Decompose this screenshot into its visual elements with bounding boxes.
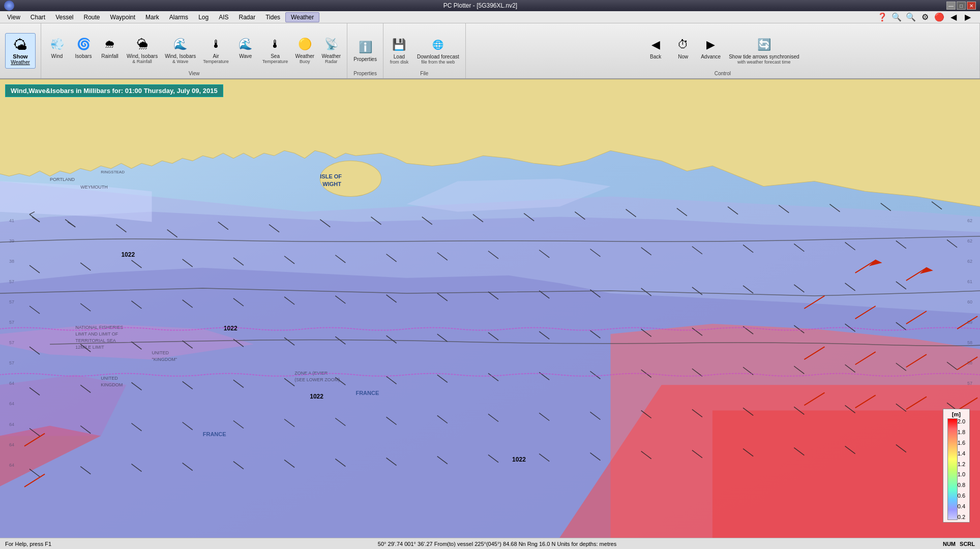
air-temperature-button[interactable]: 🌡 Air Temperature xyxy=(200,34,232,67)
svg-text:KINGDOM: KINGDOM xyxy=(101,382,123,387)
svg-text:TERRITORIAL SEA: TERRITORIAL SEA xyxy=(75,338,116,343)
svg-text:41: 41 xyxy=(9,218,14,223)
menu-ais[interactable]: AIS xyxy=(214,13,233,22)
svg-text:ISLE OF: ISLE OF xyxy=(320,173,342,179)
view-buttons-row: 💨 Wind 🌀 Isobars 🌧 Rainfall 🌦 Wind, Isob… xyxy=(44,34,344,67)
menu-chart[interactable]: Chart xyxy=(25,13,50,22)
show-weather-sublabel: Weather xyxy=(11,59,30,65)
prev-icon[interactable]: ◀ xyxy=(947,11,960,23)
svg-text:UNITED: UNITED xyxy=(152,350,169,355)
toolbar-group-file: 💾 Load from disk 🌐 Download forecast fil… xyxy=(383,23,466,78)
lifering-icon[interactable]: 🔴 xyxy=(933,11,945,23)
show-tide-arrows-button[interactable]: 🔄 Show tide arrows synchronised with wea… xyxy=(726,35,802,67)
download-forecast-button[interactable]: 🌐 Download forecast file from the web xyxy=(414,35,462,67)
color-scale-legend: [m] 2.0 1.8 1.6 1.4 1.2 1.0 0.8 0.6 0.4 … xyxy=(943,409,970,523)
svg-text:1022: 1022 xyxy=(512,456,526,463)
show-weather-button[interactable]: 🌤 Show Weather xyxy=(5,33,36,69)
menu-alarms[interactable]: Alarms xyxy=(164,13,193,22)
properties-group-label: Properties xyxy=(347,71,383,76)
load-disk-icon: 💾 xyxy=(391,37,407,53)
wind-isobars-rainfall-button[interactable]: 🌦 Wind, Isobars & Rainfall xyxy=(124,34,161,67)
menu-radar[interactable]: Radar xyxy=(234,13,261,22)
now-button[interactable]: ⏱ Now xyxy=(670,35,696,67)
menu-weather[interactable]: Weather xyxy=(285,12,319,22)
svg-text:64: 64 xyxy=(9,401,14,406)
weather-info-box: Wind,Wave&Isobars in Millibars for: 01:0… xyxy=(5,84,223,97)
svg-text:1022: 1022 xyxy=(310,393,323,400)
weather-buoy-button[interactable]: 🟡 Weather Buoy xyxy=(292,34,317,67)
svg-text:38: 38 xyxy=(9,259,14,264)
close-button[interactable]: ✕ xyxy=(967,2,976,10)
wind-isobars-rainfall-icon: 🌦 xyxy=(134,36,151,52)
show-weather-label: Show xyxy=(13,53,27,59)
weather-radar-button[interactable]: 📡 Weather Radar xyxy=(318,34,344,67)
view-group-label: View xyxy=(41,71,347,76)
window-title: PC Plotter - [5G396XL.nv2] xyxy=(14,2,946,9)
wind-button[interactable]: 💨 Wind xyxy=(44,34,70,67)
next-icon[interactable]: ▶ xyxy=(962,11,974,23)
help-icon[interactable]: ❓ xyxy=(876,11,888,23)
svg-text:62: 62 xyxy=(967,259,972,264)
svg-text:59: 59 xyxy=(967,320,972,325)
back-button[interactable]: ◀ Back xyxy=(643,35,668,67)
menu-waypoint[interactable]: Waypoint xyxy=(105,13,141,22)
svg-text:58: 58 xyxy=(967,340,972,345)
zoom-out-icon[interactable]: 🔍 xyxy=(905,11,917,23)
load-disk-button[interactable]: 💾 Load from disk xyxy=(387,35,412,67)
menu-mark[interactable]: Mark xyxy=(140,13,164,22)
title-bar: PC Plotter - [5G396XL.nv2] — □ ✕ xyxy=(0,0,980,11)
menu-vessel[interactable]: Vessel xyxy=(50,13,78,22)
svg-text:64: 64 xyxy=(9,442,14,447)
status-bar: For Help, press F1 50° 29'.74 001° 36'.2… xyxy=(0,538,980,549)
help-text: For Help, press F1 xyxy=(5,541,51,547)
toolbar-group-show-weather: 🌤 Show Weather xyxy=(0,23,41,78)
sea-temperature-button[interactable]: 🌡 Sea Temperature xyxy=(259,34,291,67)
wind-isobars-wave-icon: 🌊 xyxy=(172,36,189,52)
window-controls: — □ ✕ xyxy=(946,2,976,10)
svg-text:60: 60 xyxy=(967,299,972,304)
weather-radar-icon: 📡 xyxy=(323,36,339,52)
menu-route[interactable]: Route xyxy=(79,13,105,22)
settings-icon[interactable]: ⚙ xyxy=(919,11,931,23)
svg-text:64: 64 xyxy=(9,422,14,427)
download-forecast-icon: 🌐 xyxy=(430,37,446,53)
svg-text:PORTLAND: PORTLAND xyxy=(50,177,75,182)
wind-isobars-wave-button[interactable]: 🌊 Wind, Isobars & Wave xyxy=(162,34,199,67)
isobars-button[interactable]: 🌀 Isobars xyxy=(71,34,96,67)
svg-text:58: 58 xyxy=(967,360,972,365)
svg-text:57: 57 xyxy=(9,320,14,325)
map-area[interactable]: 1022 1022 1022 1022 ISLE OF WIGHT WEYMOU… xyxy=(0,79,980,538)
toolbar-group-properties: ℹ️ Properties Properties xyxy=(347,23,383,78)
num-label: NUM xyxy=(943,541,956,547)
scale-bar xyxy=(947,418,958,520)
toolbar-group-control: ◀ Back ⏱ Now ▶ Advance 🔄 Show tide arrow… xyxy=(466,23,980,78)
maximize-button[interactable]: □ xyxy=(957,2,966,10)
file-group-label: File xyxy=(383,71,465,76)
app-icon xyxy=(4,1,14,11)
sea-temperature-icon: 🌡 xyxy=(267,36,283,52)
toolbar: 🌤 Show Weather 💨 Wind 🌀 Isobars 🌧 Rainfa… xyxy=(0,23,980,79)
wind-icon: 💨 xyxy=(49,36,65,52)
svg-text:61: 61 xyxy=(967,279,972,284)
minimize-button[interactable]: — xyxy=(946,2,956,10)
properties-button[interactable]: ℹ️ Properties xyxy=(350,37,380,65)
menu-log[interactable]: Log xyxy=(193,13,214,22)
svg-text:64: 64 xyxy=(9,463,14,468)
advance-button[interactable]: ▶ Advance xyxy=(698,35,724,67)
svg-text:57: 57 xyxy=(9,360,14,365)
menu-tides[interactable]: Tides xyxy=(260,13,285,22)
wave-icon: 🌊 xyxy=(237,36,254,52)
zoom-in-icon[interactable]: 🔍 xyxy=(890,11,903,23)
scale-unit: [m] xyxy=(952,411,961,417)
rainfall-button[interactable]: 🌧 Rainfall xyxy=(97,34,123,67)
svg-text:57: 57 xyxy=(9,279,14,284)
svg-text:WIGHT: WIGHT xyxy=(322,181,341,187)
wave-button[interactable]: 🌊 Wave xyxy=(233,34,258,67)
svg-text:(SEE LOWER ZOOM): (SEE LOWER ZOOM) xyxy=(294,377,340,382)
file-buttons-row: 💾 Load from disk 🌐 Download forecast fil… xyxy=(387,35,462,67)
svg-text:62: 62 xyxy=(967,238,972,243)
svg-text:1022: 1022 xyxy=(121,251,135,258)
scale-labels: 2.0 1.8 1.6 1.4 1.2 1.0 0.8 0.6 0.4 0.2 xyxy=(958,418,965,520)
toolbar-group-view: 💨 Wind 🌀 Isobars 🌧 Rainfall 🌦 Wind, Isob… xyxy=(41,23,347,78)
menu-view[interactable]: View xyxy=(2,13,25,22)
